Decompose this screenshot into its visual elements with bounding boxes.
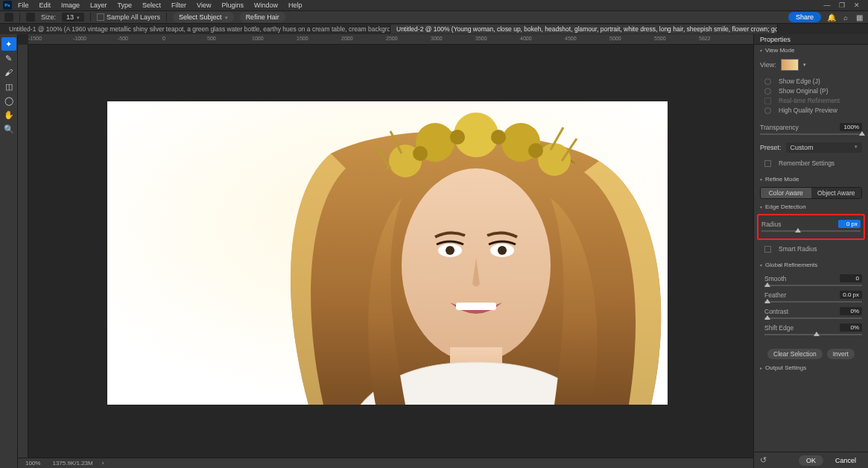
horizontal-ruler: -1500 -1000 -500 0 500 1000 1500 2000 25… (28, 34, 753, 45)
search-icon[interactable]: ⌕ (841, 13, 849, 22)
status-bar: 100% 1375.9K/1.23M › (18, 458, 753, 468)
app-logo: Ps (3, 1, 12, 10)
high-quality-preview-radio[interactable]: High Quality Preview (764, 107, 862, 114)
section-output-settings[interactable]: Output Settings (754, 362, 868, 373)
preset-label: Preset: (760, 144, 782, 151)
size-field[interactable]: 13 (62, 13, 84, 22)
brush-tool-icon[interactable]: 🖌 (1, 66, 16, 79)
feather-value[interactable]: 0.0 px (840, 291, 862, 299)
section-edge-detection[interactable]: Edge Detection (754, 201, 868, 212)
lasso-tool-icon[interactable]: ◯ (1, 94, 16, 107)
section-global-refinements[interactable]: Global Refinements (754, 259, 868, 271)
menu-image[interactable]: Image (57, 1, 84, 10)
zoom-tool-icon[interactable]: 🔍 (1, 122, 16, 136)
radius-value[interactable]: 0 px (838, 220, 861, 228)
shift-edge-value[interactable]: 0% (840, 323, 862, 332)
menu-select[interactable]: Select (138, 1, 165, 10)
menu-view[interactable]: View (192, 1, 215, 10)
radius-label: Radius (761, 221, 781, 228)
show-original-radio[interactable]: Show Original (P) (764, 87, 862, 95)
section-refine-mode[interactable]: Refine Mode (754, 174, 868, 185)
window-restore-icon[interactable]: ❐ (838, 1, 846, 9)
svg-point-13 (413, 146, 428, 161)
object-select-tool-icon[interactable]: ◫ (1, 80, 16, 93)
notification-icon[interactable]: 🔔 (827, 13, 835, 22)
refine-edge-brush-tool-icon[interactable]: ✎ (1, 51, 16, 65)
tab-title: Untitled-1 @ 100% (A 1960 vintage metall… (9, 25, 390, 33)
refine-mode-toggle[interactable]: Color Aware Object Aware (760, 187, 862, 199)
chevron-down-icon[interactable]: ▾ (803, 62, 806, 68)
menu-window[interactable]: Window (250, 1, 282, 10)
color-aware-button[interactable]: Color Aware (761, 188, 811, 198)
feather-label: Feather (764, 291, 786, 299)
ok-button[interactable]: OK (799, 455, 823, 466)
menu-file[interactable]: File (13, 1, 34, 10)
contrast-value[interactable]: 0% (840, 307, 862, 315)
document-canvas[interactable] (107, 101, 668, 405)
svg-point-6 (498, 246, 507, 255)
shift-edge-label: Shift Edge (764, 324, 793, 332)
transparency-slider[interactable] (760, 133, 862, 135)
smart-radius-checkbox[interactable]: Smart Radius (764, 245, 862, 253)
radius-slider[interactable] (761, 230, 861, 232)
canvas-image (107, 101, 668, 405)
smooth-slider[interactable] (764, 285, 862, 286)
smooth-value[interactable]: 0 (840, 274, 862, 282)
contrast-label: Contrast (764, 308, 788, 315)
transparency-value[interactable]: 100% (840, 123, 862, 131)
menu-edit[interactable]: Edit (35, 1, 56, 10)
canvas-area: -1500 -1000 -500 0 500 1000 1500 2000 25… (18, 34, 753, 468)
status-chevron-icon[interactable]: › (102, 460, 104, 467)
show-edge-radio[interactable]: Show Edge (J) (764, 78, 862, 85)
properties-panel: Properties View Mode View: ▾ Show Edge (… (753, 34, 868, 468)
view-label: View: (760, 61, 776, 69)
remember-settings-checkbox[interactable]: Remember Settings (764, 159, 862, 167)
document-tab[interactable]: Untitled-1 @ 100% (A 1960 vintage metall… (3, 25, 390, 34)
left-toolbar: ✦ ✎ 🖌 ◫ ◯ ✋ 🔍 (0, 34, 18, 468)
contrast-slider[interactable] (764, 317, 862, 319)
panel-tab-properties[interactable]: Properties (754, 34, 868, 45)
refine-hair-button[interactable]: Refine Hair (240, 12, 285, 22)
svg-rect-7 (456, 303, 496, 310)
brush-preview-icon[interactable] (26, 13, 35, 22)
cancel-button[interactable]: Cancel (828, 455, 864, 466)
realtime-refinement-checkbox: Real-time Refinement (764, 97, 862, 104)
menu-plugins[interactable]: Plugins (217, 1, 248, 10)
menu-help[interactable]: Help (284, 1, 307, 10)
svg-point-15 (491, 130, 506, 145)
menu-layer[interactable]: Layer (86, 1, 112, 10)
quick-select-tool-icon[interactable]: ✦ (1, 37, 16, 51)
clear-selection-button[interactable]: Clear Selection (767, 349, 823, 359)
panel-footer: ↺ OK Cancel (754, 452, 868, 468)
feather-slider[interactable] (764, 301, 862, 303)
select-subject-button[interactable]: Select Subject (173, 12, 234, 22)
sample-all-layers-checkbox[interactable]: Sample All Layers (97, 13, 160, 21)
preset-dropdown[interactable]: Custom (786, 142, 862, 153)
shift-edge-slider[interactable] (764, 334, 862, 335)
section-view-mode[interactable]: View Mode (754, 45, 868, 56)
object-aware-button[interactable]: Object Aware (811, 188, 862, 198)
window-minimize-icon[interactable]: — (823, 1, 831, 9)
share-button[interactable]: Share (788, 12, 821, 22)
smooth-label: Smooth (764, 275, 786, 282)
svg-point-12 (538, 143, 571, 176)
radius-highlight-box: Radius 0 px (757, 214, 865, 240)
workspace-icon[interactable]: ▦ (855, 13, 864, 22)
menu-filter[interactable]: Filter (167, 1, 191, 10)
menu-type[interactable]: Type (113, 1, 137, 10)
window-close-icon[interactable]: ✕ (853, 1, 861, 9)
hand-tool-icon[interactable]: ✋ (1, 108, 16, 121)
menu-bar: Ps File Edit Image Layer Type Select Fil… (0, 0, 868, 10)
home-icon[interactable] (4, 13, 13, 22)
view-thumbnail[interactable] (781, 59, 799, 71)
document-tab[interactable]: Untitled-2 @ 100% (Young woman, close up… (390, 25, 778, 34)
transparency-label: Transparency (760, 124, 799, 131)
document-tabs: Untitled-1 @ 100% (A 1960 vintage metall… (0, 24, 868, 34)
doc-size: 1375.9K/1.23M (49, 460, 95, 467)
options-bar: Size: 13 Sample All Layers Select Subjec… (0, 10, 868, 24)
reset-icon[interactable]: ↺ (760, 455, 767, 465)
zoom-level[interactable]: 100% (22, 460, 43, 467)
invert-button[interactable]: Invert (827, 349, 855, 359)
vertical-ruler (18, 45, 28, 458)
size-label: Size: (41, 13, 56, 21)
